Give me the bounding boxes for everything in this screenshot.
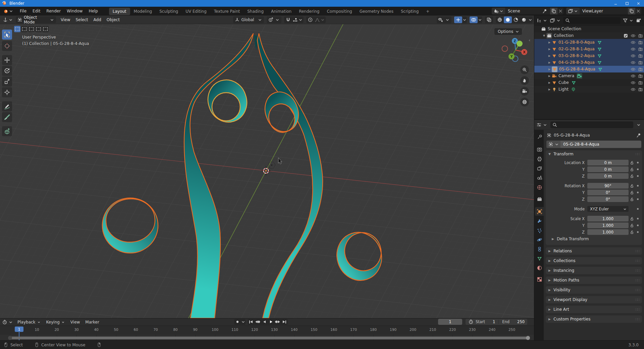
ring-bottom-right[interactable] xyxy=(337,233,381,281)
timeline-scrollbar[interactable] xyxy=(9,337,529,339)
workspace-tab-scripting[interactable]: Scripting xyxy=(397,8,422,15)
select-mode-extend[interactable] xyxy=(21,26,28,32)
value-field[interactable]: 0 m xyxy=(587,173,629,179)
outliner-search-input[interactable] xyxy=(563,17,621,24)
outliner-row-cube[interactable]: ▶Cube xyxy=(534,79,644,86)
disclosure-icon[interactable]: ▶ xyxy=(547,48,552,51)
animate-dot[interactable] xyxy=(635,175,640,177)
panel-grip-icon[interactable]: ∷∷ xyxy=(635,278,639,283)
proportional-toggle[interactable] xyxy=(306,16,314,23)
menu-render[interactable]: Render xyxy=(43,7,64,15)
select-mode-set[interactable] xyxy=(14,26,20,32)
pin-icon[interactable] xyxy=(636,133,641,138)
visibility-dropdown[interactable] xyxy=(437,16,451,23)
animate-dot[interactable] xyxy=(635,225,640,226)
properties-tab-render[interactable] xyxy=(535,145,544,154)
tool-annotate[interactable] xyxy=(2,101,12,111)
tool-add-cube[interactable] xyxy=(2,126,12,136)
disclosure-icon[interactable]: ▶ xyxy=(547,61,552,64)
menu-edit[interactable]: Edit xyxy=(30,7,43,15)
disable-render-toggle[interactable] xyxy=(637,80,644,85)
hide-toggle[interactable] xyxy=(629,67,637,72)
hide-toggle[interactable] xyxy=(629,60,637,65)
snap-target-dropdown[interactable] xyxy=(292,16,304,23)
panel-visibility[interactable]: ▶Visibility∷∷ xyxy=(546,286,642,294)
disable-render-toggle[interactable] xyxy=(637,60,644,65)
properties-tab-texture[interactable] xyxy=(535,275,544,284)
camera-view-button[interactable] xyxy=(520,87,529,96)
ortho-toggle-button[interactable] xyxy=(520,98,529,106)
current-frame-badge[interactable]: 1 xyxy=(15,327,23,332)
properties-tab-object-data[interactable] xyxy=(535,254,544,263)
properties-tab-output[interactable] xyxy=(535,154,544,163)
properties-tab-scene[interactable] xyxy=(535,173,544,182)
lock-icon[interactable] xyxy=(629,197,635,202)
object-name-field[interactable]: 05-G-28-8-4-Aqua xyxy=(546,141,641,148)
maximize-button[interactable] xyxy=(621,0,633,7)
snap-toggle[interactable] xyxy=(284,16,292,23)
viewport-menu-select[interactable]: Select xyxy=(73,17,91,22)
menu-window[interactable]: Window xyxy=(64,7,86,15)
app-menu-button[interactable] xyxy=(0,7,17,15)
viewlayer-browse-button[interactable] xyxy=(566,8,580,14)
object-id-browse[interactable] xyxy=(546,141,560,148)
properties-tab-world[interactable] xyxy=(535,183,544,192)
workspace-tab-modeling[interactable]: Modeling xyxy=(130,8,156,15)
disclosure-icon[interactable]: ▶ xyxy=(547,88,552,91)
viewport-menu-object[interactable]: Object xyxy=(104,17,122,22)
lock-icon[interactable] xyxy=(629,190,635,195)
hide-toggle[interactable] xyxy=(629,73,637,79)
value-field[interactable]: 0 m xyxy=(587,160,629,165)
previous-keyframe-button[interactable] xyxy=(254,319,261,325)
panel-viewport-display[interactable]: ▶Viewport Display∷∷ xyxy=(546,296,642,303)
mode-dropdown[interactable]: XYZ Euler xyxy=(587,206,629,212)
lock-icon[interactable] xyxy=(629,216,635,221)
falloff-dropdown[interactable] xyxy=(314,16,326,23)
panel-grip-icon[interactable]: ∷∷ xyxy=(635,152,639,156)
panel-grip-icon[interactable]: ∷∷ xyxy=(635,259,639,263)
panel-collections[interactable]: ▶Collections∷∷ xyxy=(546,257,642,264)
outliner-display-mode[interactable] xyxy=(536,18,548,23)
gizmo-y-back[interactable] xyxy=(517,41,523,47)
properties-tab-physics[interactable] xyxy=(535,235,544,244)
panel-grip-icon[interactable]: ∷∷ xyxy=(635,288,639,292)
panel-grip-icon[interactable]: ∷∷ xyxy=(635,298,639,302)
outliner-row-01-g-28-8-0-aqua[interactable]: ▶01-G-28-8-0-Aqua xyxy=(534,39,644,46)
properties-options-dropdown[interactable] xyxy=(636,122,641,128)
frame-range-fields[interactable]: Start 1 End 250 xyxy=(466,319,527,325)
minimize-button[interactable] xyxy=(610,0,621,7)
mode-dropdown[interactable]: Object Mode xyxy=(16,16,56,23)
current-frame-field[interactable]: 1 xyxy=(438,319,462,325)
shading-rendered-button[interactable] xyxy=(520,16,528,23)
overlays-toggle[interactable] xyxy=(470,16,478,23)
new-collection-button[interactable] xyxy=(636,18,641,23)
disclosure-icon[interactable]: ▶ xyxy=(547,81,552,84)
outliner-filter-button[interactable] xyxy=(623,18,634,23)
value-field[interactable]: 1.000 xyxy=(587,216,629,221)
workspace-tab-texture-paint[interactable]: Texture Paint xyxy=(210,8,244,15)
tool-select-box[interactable] xyxy=(2,30,12,40)
animate-dot[interactable] xyxy=(635,168,640,170)
select-mode-invert[interactable] xyxy=(35,26,42,32)
outliner-row-02-g-28-8-1-aqua[interactable]: ▶02-G-28-8-1-Aqua xyxy=(534,46,644,52)
disable-render-toggle[interactable] xyxy=(637,67,644,72)
timeline-ruler[interactable]: 1020304050607080901001101201301401501601… xyxy=(0,326,534,335)
add-workspace-button[interactable]: + xyxy=(422,8,433,15)
timeline-menu-view[interactable]: View xyxy=(68,320,83,325)
properties-search-input[interactable] xyxy=(550,121,633,128)
scene-selector[interactable]: Scene xyxy=(492,8,564,14)
scene-unlink-button[interactable] xyxy=(557,8,564,14)
panel-grip-icon[interactable]: ∷∷ xyxy=(635,268,639,273)
properties-tab-collection[interactable] xyxy=(535,195,544,203)
panel-grip-icon[interactable]: ∷∷ xyxy=(635,317,639,321)
tool-cursor[interactable] xyxy=(2,41,12,51)
workspace-tab-geometry-nodes[interactable]: Geometry Nodes xyxy=(356,8,397,15)
xray-toggle[interactable] xyxy=(485,16,493,23)
disclosure-icon[interactable]: ▶ xyxy=(547,54,552,57)
lock-icon[interactable] xyxy=(629,160,635,165)
keying-dropdown[interactable] xyxy=(241,319,246,325)
timeline-menu-keying[interactable]: Keying xyxy=(44,320,68,325)
scene-browse-button[interactable] xyxy=(492,8,505,14)
panel-relations[interactable]: ▶Relations∷∷ xyxy=(546,247,642,255)
properties-tab-object[interactable] xyxy=(535,207,544,216)
